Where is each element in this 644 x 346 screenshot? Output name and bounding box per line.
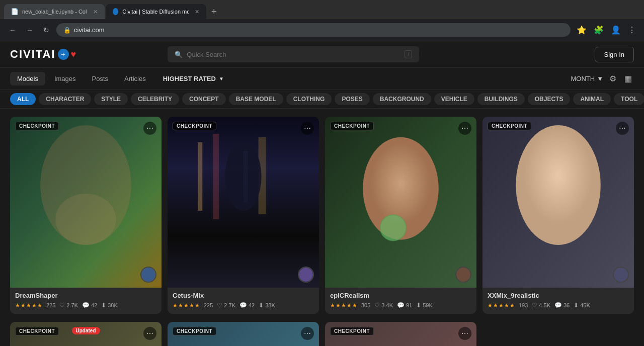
search-bar[interactable]: 🔍 / bbox=[168, 46, 419, 62]
category-character[interactable]: CHARACTER bbox=[39, 93, 91, 105]
category-poses[interactable]: POSES bbox=[335, 93, 369, 105]
card4-avatar bbox=[613, 267, 629, 283]
tab-bar: 📄 new_colab_file.ipynb - Collabora... ✕ … bbox=[0, 0, 644, 19]
logo-heart-icon[interactable]: ♥ bbox=[71, 49, 76, 60]
card2-title: Cetus-Mix bbox=[173, 292, 314, 299]
card3-stars: ★ ★ ★ ★ ★ bbox=[330, 302, 357, 309]
nav-bar: ← → ↻ 🔒 civitai.com ⭐ 🧩 👤 ⋮ bbox=[0, 19, 644, 41]
card3-menu[interactable]: ⋯ bbox=[458, 122, 471, 135]
logo-plus-icon[interactable]: + bbox=[58, 49, 69, 60]
back-button[interactable]: ← bbox=[6, 24, 19, 36]
more-button[interactable]: ⋮ bbox=[626, 23, 638, 37]
card5-badge: CHECKPOINT bbox=[15, 327, 59, 335]
card1-footer: DreamShaper ★ ★ ★ ★ ★ 225 ♡ 2.7K 💬 42 ⬇ … bbox=[10, 288, 162, 314]
card-xxmix[interactable]: CHECKPOINT ⋯ bbox=[482, 117, 634, 314]
nav-item-models[interactable]: Models bbox=[10, 72, 45, 85]
card7-menu[interactable]: ⋯ bbox=[458, 327, 471, 340]
category-base-model[interactable]: BASE MODEL bbox=[229, 93, 283, 105]
browser-window: 📄 new_colab_file.ipynb - Collabora... ✕ … bbox=[0, 0, 644, 346]
tab-1[interactable]: 📄 new_colab_file.ipynb - Collabora... ✕ bbox=[4, 4, 105, 19]
nav-item-images[interactable]: Images bbox=[47, 72, 83, 85]
tab1-title: new_colab_file.ipynb - Collabora... bbox=[22, 9, 87, 15]
card5-menu[interactable]: ⋯ bbox=[143, 327, 156, 340]
tab1-close-icon[interactable]: ✕ bbox=[93, 9, 98, 15]
category-style[interactable]: STYLE bbox=[94, 93, 128, 105]
category-vehicle[interactable]: VEHICLE bbox=[434, 93, 474, 105]
card-cetus-mix[interactable]: CHECKPOINT ⋯ bbox=[168, 117, 319, 314]
category-tool[interactable]: TOOL bbox=[614, 93, 644, 105]
card1-image bbox=[10, 117, 162, 288]
category-animal[interactable]: ANIMAL bbox=[573, 93, 611, 105]
sign-in-button[interactable]: Sign In bbox=[595, 47, 634, 62]
nav-item-articles[interactable]: Articles bbox=[117, 72, 153, 85]
card3-footer: epiCRealism ★ ★ ★ ★ ★ 305 ♡ 3.4K 💬 91 ⬇ … bbox=[325, 288, 476, 314]
category-objects[interactable]: OBJECTS bbox=[528, 93, 571, 105]
refresh-button[interactable]: ↻ bbox=[40, 24, 52, 36]
card-bottom-3[interactable]: CHECKPOINT ⋯ bbox=[325, 322, 476, 346]
card1-stars: ★ ★ ★ ★ ★ bbox=[15, 302, 42, 309]
card4-footer: XXMix_9realistic ★ ★ ★ ★ ★ 193 ♡ 4.5K 💬 … bbox=[482, 288, 634, 314]
card-dreamshaer[interactable]: CHECKPOINT ⋯ bbox=[10, 117, 162, 314]
new-tab-button[interactable]: + bbox=[207, 5, 221, 19]
grid-view-button[interactable]: ▦ bbox=[622, 72, 634, 85]
card4-likes: ♡ 4.5K bbox=[532, 302, 550, 309]
card4-downloads: ⬇ 45K bbox=[574, 302, 590, 309]
forward-button[interactable]: → bbox=[23, 24, 36, 36]
sort-button[interactable]: HIGHEST RATED ▼ bbox=[157, 72, 230, 85]
card3-stats: ★ ★ ★ ★ ★ 305 ♡ 3.4K 💬 91 ⬇ 59K bbox=[330, 302, 471, 309]
card2-menu[interactable]: ⋯ bbox=[301, 122, 314, 135]
tab-2[interactable]: Civitai | Stable Diffusion models... ✕ bbox=[106, 4, 206, 19]
logo: CIVITAI + ♥ bbox=[10, 48, 76, 61]
category-concept[interactable]: CONCEPT bbox=[182, 93, 226, 105]
tab2-close-icon[interactable]: ✕ bbox=[195, 9, 199, 15]
sort-label: HIGHEST RATED bbox=[163, 75, 216, 82]
category-buildings[interactable]: BUILDINGS bbox=[477, 93, 525, 105]
card2-stats: ★ ★ ★ ★ ★ 225 ♡ 2.7K 💬 42 ⬇ 38K bbox=[173, 302, 314, 309]
card-bottom-1[interactable]: CHECKPOINT Updated ⋯ bbox=[10, 322, 162, 346]
category-all[interactable]: ALL bbox=[10, 93, 36, 105]
svg-point-8 bbox=[225, 142, 261, 211]
address-text: civitai.com bbox=[74, 26, 105, 34]
card1-menu[interactable]: ⋯ bbox=[143, 122, 156, 135]
logo-text: CIVITAI bbox=[10, 48, 56, 61]
card3-likes: ♡ 3.4K bbox=[374, 302, 393, 309]
svg-point-11 bbox=[380, 215, 406, 240]
card2-likes: ♡ 2.7K bbox=[217, 302, 235, 309]
header-right: Sign In bbox=[595, 47, 634, 62]
period-label: MONTH bbox=[571, 75, 595, 82]
category-bar: ALL CHARACTER STYLE CELEBRITY CONCEPT BA… bbox=[0, 90, 644, 109]
card1-likes: ♡ 2.7K bbox=[59, 302, 78, 309]
sort-chevron-icon: ▼ bbox=[219, 76, 224, 81]
nav-icons: ⭐ 🧩 👤 ⋮ bbox=[575, 23, 638, 37]
svg-rect-4 bbox=[198, 142, 202, 211]
category-background[interactable]: BACKGROUND bbox=[373, 93, 431, 105]
card-epicrealism[interactable]: CHECKPOINT ⋯ bbox=[325, 117, 476, 314]
card2-image bbox=[168, 117, 319, 288]
card1-badge: CHECKPOINT bbox=[15, 122, 59, 130]
card5-updated-badge: Updated bbox=[72, 327, 100, 334]
address-bar[interactable]: 🔒 civitai.com bbox=[56, 23, 571, 37]
search-input[interactable] bbox=[187, 51, 400, 58]
card2-downloads: ⬇ 38K bbox=[259, 302, 275, 309]
card4-comments: 💬 36 bbox=[554, 302, 570, 309]
card-grid-row2: CHECKPOINT Updated ⋯ CHECKPOINT ⋯ CHECKP… bbox=[0, 322, 644, 346]
tab2-favicon bbox=[113, 8, 118, 15]
card4-badge: CHECKPOINT bbox=[488, 122, 531, 130]
nav-item-posts[interactable]: Posts bbox=[85, 72, 116, 85]
card4-stats: ★ ★ ★ ★ ★ 193 ♡ 4.5K 💬 36 ⬇ 45K bbox=[488, 302, 629, 309]
card-bottom-2[interactable]: CHECKPOINT ⋯ bbox=[168, 322, 319, 346]
bookmark-button[interactable]: ⭐ bbox=[575, 23, 589, 37]
period-button[interactable]: MONTH ▼ bbox=[571, 75, 603, 82]
card4-menu[interactable]: ⋯ bbox=[616, 122, 629, 135]
toolbar-right: MONTH ▼ ⚙ ▦ bbox=[571, 72, 634, 85]
category-clothing[interactable]: CLOTHING bbox=[286, 93, 332, 105]
filter-button[interactable]: ⚙ bbox=[607, 72, 618, 85]
profile-button[interactable]: 👤 bbox=[609, 23, 623, 37]
card3-rating-count: 305 bbox=[361, 302, 370, 308]
category-celebrity[interactable]: CELEBRITY bbox=[131, 93, 179, 105]
card2-rating-count: 225 bbox=[204, 302, 213, 308]
tab2-title: Civitai | Stable Diffusion models... bbox=[122, 9, 189, 15]
card4-image bbox=[482, 117, 634, 288]
extensions-button[interactable]: 🧩 bbox=[592, 23, 606, 37]
card6-menu[interactable]: ⋯ bbox=[301, 327, 314, 340]
